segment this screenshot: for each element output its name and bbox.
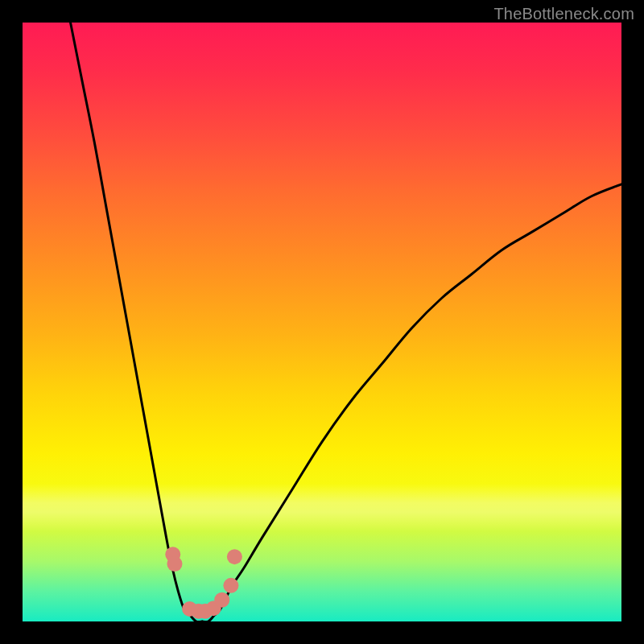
chart-frame: TheBottleneck.com xyxy=(0,0,644,644)
curves-svg xyxy=(23,23,621,621)
curve-right xyxy=(202,184,621,621)
data-marker xyxy=(227,549,242,564)
data-marker xyxy=(223,578,238,593)
data-marker xyxy=(167,556,182,572)
watermark-text: TheBottleneck.com xyxy=(493,5,634,23)
curve-left xyxy=(71,23,203,621)
plot-area xyxy=(23,23,621,621)
data-marker xyxy=(214,592,229,608)
